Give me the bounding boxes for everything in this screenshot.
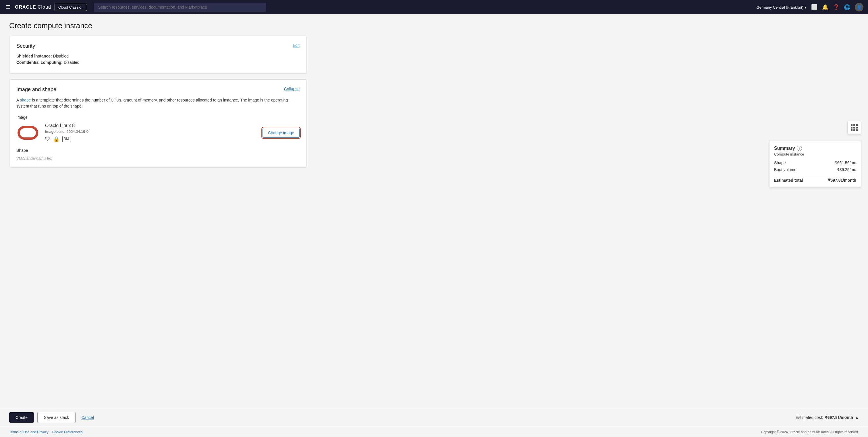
image-name: Oracle Linux 8 — [45, 123, 257, 128]
estimated-cost-value: ₹697.81/month — [825, 415, 853, 420]
create-button[interactable]: Create — [9, 412, 34, 423]
summary-boot-volume-row: Boot volume ₹36.25/mo — [774, 167, 856, 172]
save-as-stack-button[interactable]: Save as stack — [37, 412, 75, 423]
shielded-instance-field: Shielded instance: Disabled — [17, 54, 300, 58]
bottom-estimated-cost: Estimated cost: ₹697.81/month ▲ — [796, 415, 859, 420]
confidential-computing-field: Confidential computing: Disabled — [17, 60, 300, 65]
estimated-cost-label: Estimated cost: — [796, 415, 823, 420]
summary-shape-value: ₹661.56/mo — [835, 161, 856, 165]
chevron-up-icon[interactable]: ▲ — [855, 415, 859, 420]
security-title: Security — [17, 43, 35, 49]
summary-divider — [774, 175, 856, 175]
summary-info-icon[interactable]: i — [797, 146, 802, 151]
confidential-label: Confidential computing: — [17, 60, 63, 65]
image-feature-icons: 🛡 🔒 BM — [45, 136, 257, 142]
region-selector[interactable]: Germany Central (Frankfurt) ▾ — [756, 5, 807, 9]
oracle-logo: ORACLE Cloud — [15, 5, 51, 10]
confidential-value: Disabled — [64, 60, 79, 65]
summary-shape-row: Shape ₹661.56/mo — [774, 161, 856, 165]
shape-placeholder: VM.Standard.E4.Flex — [17, 156, 300, 161]
shape-section-label: Shape — [17, 148, 300, 153]
terms-link[interactable]: Terms of Use and Privacy — [9, 430, 49, 434]
shielded-value: Disabled — [53, 54, 69, 58]
page-footer: Terms of Use and Privacy Cookie Preferen… — [0, 427, 868, 437]
shape-doc-link[interactable]: shape — [20, 98, 31, 103]
shielded-label: Shielded instance: — [17, 54, 52, 58]
oracle-image-icon — [17, 124, 39, 141]
main-content-area: Create compute instance Security Edit Sh… — [0, 14, 316, 408]
summary-subtitle: Compute instance — [774, 152, 856, 156]
bm-feature-icon: BM — [62, 136, 70, 142]
security-card-header: Security Edit — [17, 43, 300, 49]
grid-icon — [851, 124, 858, 131]
top-navigation: ☰ ORACLE Cloud Cloud Classic › Germany C… — [0, 0, 868, 14]
summary-total-label: Estimated total — [774, 178, 803, 182]
image-build-date: Image build: 2024.04.19-0 — [45, 129, 257, 134]
image-selection-row: Oracle Linux 8 Image build: 2024.04.19-0… — [17, 123, 300, 142]
oracle-oval-logo — [18, 126, 38, 140]
bottom-action-bar: Create Save as stack Cancel Estimated co… — [0, 408, 868, 427]
summary-total-value: ₹697.81/month — [828, 178, 856, 182]
image-info: Oracle Linux 8 Image build: 2024.04.19-0… — [45, 123, 257, 142]
summary-panel: Summary i Compute instance Shape ₹661.56… — [769, 141, 861, 187]
globe-icon[interactable]: 🌐 — [844, 4, 850, 10]
summary-boot-volume-label: Boot volume — [774, 167, 797, 172]
shape-description: A shape is a template that determines th… — [17, 97, 300, 109]
security-edit-link[interactable]: Edit — [293, 43, 300, 48]
change-image-button[interactable]: Change image — [262, 128, 300, 138]
help-question-icon[interactable]: ❓ — [833, 4, 839, 10]
image-shape-header: Image and shape Collapse — [17, 87, 300, 93]
image-shape-card: Image and shape Collapse A shape is a te… — [9, 79, 307, 168]
cloud-classic-button[interactable]: Cloud Classic › — [55, 4, 87, 11]
shield-feature-icon: 🛡 — [45, 136, 50, 142]
hamburger-menu-icon[interactable]: ☰ — [5, 3, 11, 11]
lock-feature-icon: 🔒 — [53, 136, 59, 142]
cookie-preferences-link[interactable]: Cookie Preferences — [52, 430, 83, 434]
summary-title: Summary — [774, 146, 795, 151]
nav-right-controls: Germany Central (Frankfurt) ▾ ⬜ 🔔 ❓ 🌐 👤 — [756, 3, 863, 11]
shape-section: Shape VM.Standard.E4.Flex — [17, 148, 300, 161]
summary-total-row: Estimated total ₹697.81/month — [774, 178, 856, 182]
notification-bell-icon[interactable]: 🔔 — [822, 4, 828, 10]
user-avatar[interactable]: 👤 — [855, 3, 863, 11]
summary-shape-label: Shape — [774, 161, 785, 165]
summary-boot-volume-value: ₹36.25/mo — [837, 167, 856, 172]
image-section-label: Image — [17, 115, 300, 120]
help-overlay-panel[interactable] — [847, 121, 861, 135]
cancel-button[interactable]: Cancel — [79, 412, 96, 423]
footer-links: Terms of Use and Privacy Cookie Preferen… — [9, 430, 83, 434]
collapse-link[interactable]: Collapse — [284, 87, 300, 91]
page-title: Create compute instance — [9, 21, 307, 30]
image-shape-title: Image and shape — [17, 87, 56, 93]
search-input[interactable] — [94, 3, 266, 12]
summary-header: Summary i — [774, 146, 856, 151]
copyright-text: Copyright © 2024, Oracle and/or its affi… — [761, 430, 859, 434]
terminal-icon[interactable]: ⬜ — [811, 4, 817, 10]
security-card: Security Edit Shielded instance: Disable… — [9, 36, 307, 74]
